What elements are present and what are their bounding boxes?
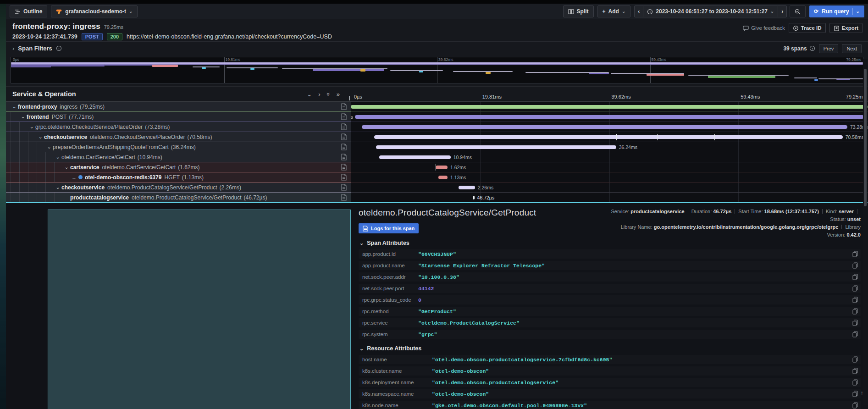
span-bar[interactable]	[355, 115, 864, 119]
collapse-one-icon[interactable]: ⌄	[307, 91, 312, 97]
span-row-timeline-cell[interactable]: 46.72µs	[351, 193, 868, 203]
span-logs-icon[interactable]	[341, 123, 347, 130]
copy-icon[interactable]	[852, 274, 858, 280]
span-filters-label[interactable]: Span Filters	[18, 45, 52, 52]
copy-icon[interactable]	[852, 391, 858, 397]
span-row-name-cell[interactable]: →otel-demo-obscon-redis:6379HGET(1.13ms)	[6, 172, 351, 182]
span-row[interactable]: →otel-demo-obscon-redis:6379HGET(1.13ms)…	[6, 172, 868, 182]
indent-guide	[37, 182, 45, 192]
span-logs-icon[interactable]	[341, 194, 347, 201]
collapse-all-icon[interactable]: »	[326, 92, 332, 95]
time-range-button[interactable]: 2023-10-24 06:51:27 to 2023-10-24 12:51:…	[643, 6, 778, 17]
section-header-span-attributes[interactable]: ⌄Span Attributes	[359, 240, 861, 246]
span-row-name-cell[interactable]: ⌄checkoutserviceoteldemo.ProductCatalogS…	[6, 182, 351, 193]
next-span-button[interactable]: Next	[842, 44, 862, 53]
expand-all-icon[interactable]: »	[337, 91, 340, 97]
copy-icon[interactable]	[852, 308, 858, 315]
scrollbar-thumb[interactable]	[864, 69, 867, 206]
span-row-timeline-cell[interactable]: 2.26ms	[351, 182, 868, 193]
span-row-timeline-cell[interactable]: 1.13ms	[351, 172, 868, 182]
split-button[interactable]: Split	[563, 6, 594, 17]
span-row-timeline-cell[interactable]: 79.25ms	[351, 102, 868, 112]
span-logs-icon[interactable]	[341, 174, 347, 181]
export-button[interactable]: Export	[829, 23, 862, 33]
span-row[interactable]: ⌄frontendPOST(77.71ms)77.71ms	[6, 112, 868, 122]
copy-icon[interactable]	[852, 320, 858, 326]
span-row[interactable]: ⌄checkoutserviceoteldemo.CheckoutService…	[6, 132, 868, 142]
span-bar[interactable]	[379, 155, 451, 159]
span-row-timeline-cell[interactable]: 1.62ms	[351, 162, 868, 172]
chevron-right-icon[interactable]: ›	[12, 45, 14, 52]
span-row-name-cell[interactable]: productcatalogserviceoteldemo.ProductCat…	[6, 193, 351, 203]
span-row-name-cell[interactable]: ⌄cartserviceoteldemo.CartService/GetCart…	[6, 162, 351, 172]
span-row-name-cell[interactable]: ⌄oteldemo.CartService/GetCart(10.94ms)	[6, 152, 351, 162]
span-logs-icon[interactable]	[341, 164, 347, 171]
span-bar[interactable]	[436, 166, 448, 169]
span-bar[interactable]	[374, 135, 843, 139]
span-logs-icon[interactable]	[341, 154, 347, 160]
expand-one-icon[interactable]: ›	[318, 91, 320, 97]
span-bar[interactable]	[473, 196, 474, 199]
chevron-down-icon[interactable]: ⌄	[11, 104, 18, 110]
span-bar[interactable]	[438, 176, 448, 179]
chevron-down-icon[interactable]: ⌄	[19, 114, 27, 120]
span-row-timeline-cell[interactable]: 10.94ms	[351, 152, 868, 162]
span-row-timeline-cell[interactable]: 70.58ms	[351, 132, 868, 142]
time-shift-back-button[interactable]: ‹	[634, 6, 643, 17]
copy-icon[interactable]	[852, 251, 858, 257]
outline-button[interactable]: Outline	[10, 6, 47, 17]
trace-minimap-canvas[interactable]: 0µs19.81ms39.62ms59.43ms79.25ms	[11, 57, 863, 83]
span-logs-icon[interactable]	[341, 184, 347, 191]
span-row[interactable]: ⌄grpc.oteldemo.CheckoutService/PlaceOrde…	[6, 122, 868, 132]
span-row-name-cell[interactable]: ⌄frontend-proxyingress(79.25ms)	[6, 102, 351, 112]
copy-icon[interactable]	[852, 368, 858, 374]
span-bar[interactable]	[376, 145, 616, 149]
copy-icon[interactable]	[852, 285, 858, 292]
chevron-down-icon[interactable]: ⌄	[45, 144, 53, 150]
copy-icon[interactable]	[852, 356, 858, 363]
section-header-resource-attributes[interactable]: ⌄Resource Attributes	[359, 345, 861, 352]
span-row[interactable]: productcatalogserviceoteldemo.ProductCat…	[6, 193, 868, 203]
span-row-name-cell[interactable]: ⌄prepareOrderItemsAndShippingQuoteFromCa…	[6, 142, 351, 152]
chevron-down-icon[interactable]: ⌄	[54, 154, 61, 160]
datasource-picker[interactable]: grafanacloud-sedemo-t ⌄	[51, 6, 138, 17]
run-query-button[interactable]: ⟳ Run query ⌄	[809, 6, 864, 17]
span-bar[interactable]	[459, 186, 475, 189]
copy-icon[interactable]	[852, 379, 858, 386]
copy-icon[interactable]	[852, 331, 858, 337]
span-logs-icon[interactable]	[341, 113, 347, 120]
copy-icon[interactable]	[852, 402, 858, 409]
give-feedback-button[interactable]: Give feedback	[743, 25, 785, 31]
span-bar[interactable]	[351, 105, 868, 109]
chevron-down-icon[interactable]: ⌄	[37, 134, 44, 140]
prev-span-button[interactable]: Prev	[819, 44, 839, 53]
span-row-timeline-cell[interactable]: 73.28ms	[351, 122, 868, 132]
span-row[interactable]: ⌄checkoutserviceoteldemo.ProductCatalogS…	[6, 182, 868, 193]
span-row[interactable]: ⌄frontend-proxyingress(79.25ms)79.25ms	[6, 102, 868, 112]
vertical-scrollbar[interactable]	[863, 59, 868, 405]
span-bar[interactable]	[362, 125, 847, 129]
copy-icon[interactable]	[852, 297, 858, 303]
span-logs-icon[interactable]	[341, 133, 347, 140]
span-row-name-cell[interactable]: ⌄frontendPOST(77.71ms)	[6, 112, 351, 122]
span-row-name-cell[interactable]: ⌄grpc.oteldemo.CheckoutService/PlaceOrde…	[6, 122, 351, 132]
span-row-timeline-cell[interactable]: 36.24ms	[351, 142, 868, 152]
trace-id-button[interactable]: Trace ID	[789, 23, 826, 33]
time-shift-forward-button[interactable]: ›	[778, 6, 787, 17]
meta-label: Duration:	[691, 209, 713, 214]
span-logs-icon[interactable]	[341, 144, 347, 150]
logs-for-span-button[interactable]: Logs for this span	[359, 223, 419, 233]
chevron-down-icon[interactable]: ⌄	[63, 164, 70, 170]
chevron-down-icon[interactable]: ⌄	[28, 124, 35, 130]
zoom-out-button[interactable]	[790, 6, 806, 17]
span-row[interactable]: ⌄prepareOrderItemsAndShippingQuoteFromCa…	[6, 142, 868, 152]
span-logs-icon[interactable]	[341, 103, 347, 110]
span-row-timeline-cell[interactable]: 77.71ms	[351, 112, 868, 122]
copy-icon[interactable]	[852, 262, 858, 269]
span-row[interactable]: ⌄cartserviceoteldemo.CartService/GetCart…	[6, 162, 868, 172]
attribute-key: k8s.namespace.name	[362, 391, 432, 397]
chevron-down-icon[interactable]: ⌄	[54, 184, 61, 190]
span-row-name-cell[interactable]: ⌄checkoutserviceoteldemo.CheckoutService…	[6, 132, 351, 142]
span-row[interactable]: ⌄oteldemo.CartService/GetCart(10.94ms)10…	[6, 152, 868, 162]
add-button[interactable]: + Add ⌄	[597, 6, 631, 17]
